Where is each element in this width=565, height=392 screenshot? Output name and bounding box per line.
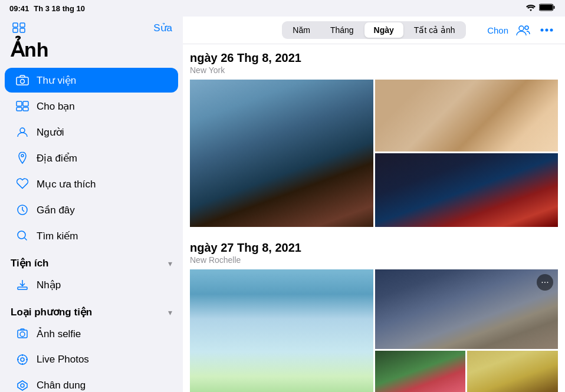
recents-icon — [15, 203, 29, 217]
sidebar-item-livephotos[interactable]: Live Photos — [5, 347, 178, 372]
date-title-aug27: ngày 27 Thg 8, 2021 — [190, 241, 558, 255]
tab-year[interactable]: Năm — [283, 22, 320, 38]
svg-point-19 — [20, 332, 25, 337]
svg-point-34 — [546, 29, 548, 32]
sidebar-item-portrait[interactable]: Chân dung — [5, 373, 178, 392]
photo-grid-aug27: ··· — [190, 269, 558, 392]
date-header-aug26: ngày 26 Thg 8, 2021 New York — [190, 51, 558, 75]
photos-scroll: ngày 26 Thg 8, 2021 New York — [183, 44, 565, 392]
wifi-icon — [526, 4, 536, 13]
people-icon — [15, 125, 29, 139]
photo-flowers[interactable] — [375, 351, 466, 392]
svg-rect-6 — [20, 28, 25, 32]
favorites-icon — [15, 177, 29, 191]
sidebar-item-favorites[interactable]: Mục ưa thích — [5, 172, 178, 196]
sidebar-item-label-places: Địa điểm — [37, 152, 77, 164]
status-time-date: 09:41 Th 3 18 thg 10 — [9, 4, 85, 13]
sidebar-toggle-icon[interactable] — [11, 21, 27, 34]
status-bar: 09:41 Th 3 18 thg 10 — [0, 0, 565, 17]
portrait-icon — [15, 378, 29, 392]
sidebar-item-library[interactable]: Thư viện — [5, 68, 178, 93]
svg-rect-4 — [20, 23, 25, 27]
status-date: Th 3 18 thg 10 — [34, 4, 85, 13]
svg-rect-3 — [13, 23, 18, 27]
photo-bird[interactable] — [467, 351, 558, 392]
more-options-icon[interactable] — [538, 21, 556, 39]
sidebar-item-places[interactable]: Địa điểm — [5, 146, 178, 170]
tab-day[interactable]: Ngày — [364, 22, 403, 38]
date-header-aug27: ngày 27 Thg 8, 2021 New Rochelle — [190, 241, 558, 265]
svg-point-27 — [21, 384, 24, 387]
svg-marker-26 — [18, 381, 27, 390]
svg-point-32 — [525, 26, 528, 29]
svg-point-8 — [21, 80, 25, 84]
date-section-aug26: ngày 26 Thg 8, 2021 New York — [183, 44, 565, 227]
sidebar-item-import[interactable]: Nhập — [5, 272, 178, 297]
sidebar-item-label-favorites: Mục ưa thích — [37, 178, 96, 190]
date-location-aug27: New Rochelle — [190, 255, 558, 265]
sidebar: Sửa Ảnh Thư viện — [0, 17, 183, 392]
photo-hand[interactable] — [375, 80, 559, 151]
svg-rect-10 — [23, 101, 28, 106]
select-button[interactable]: Chon — [487, 25, 508, 35]
photo-woman-green[interactable] — [190, 269, 373, 392]
svg-rect-1 — [540, 5, 553, 10]
status-indicators — [526, 4, 556, 13]
import-icon — [15, 278, 29, 292]
svg-point-20 — [18, 355, 27, 364]
svg-rect-11 — [17, 107, 22, 111]
photo-couple[interactable] — [190, 80, 373, 227]
date-section-aug27: ngày 27 Thg 8, 2021 New Rochelle ··· — [183, 234, 565, 392]
sidebar-item-label-foryou: Cho bạn — [37, 100, 75, 113]
status-time: 09:41 — [9, 4, 29, 13]
svg-point-35 — [550, 29, 553, 32]
section-utilities-title: Tiện ích — [11, 257, 48, 269]
sidebar-item-search[interactable]: Tìm kiếm — [5, 223, 178, 248]
date-title-aug26: ngày 26 Thg 8, 2021 — [190, 51, 558, 65]
section-utilities-header[interactable]: Tiện ích ▾ — [0, 249, 183, 272]
sidebar-item-label-selfie: Ảnh selfie — [37, 328, 81, 340]
nav-right-controls: Chon — [487, 21, 556, 39]
sidebar-item-people[interactable]: Người — [5, 120, 178, 144]
svg-rect-17 — [18, 287, 27, 289]
sidebar-item-label-import: Nhập — [37, 279, 61, 291]
svg-point-14 — [21, 154, 24, 157]
main-content: Năm Tháng Ngày Tất cả ảnh Chon — [183, 17, 565, 392]
section-mediatypes-title: Loại phương tiện — [11, 306, 92, 318]
sidebar-title: Ảnh — [0, 37, 183, 67]
svg-point-31 — [519, 26, 524, 31]
sidebar-item-label-portrait: Chân dung — [37, 380, 86, 391]
svg-rect-9 — [17, 101, 22, 106]
app-container: Sửa Ảnh Thư viện — [0, 17, 565, 392]
sidebar-item-label-recents: Gần đây — [37, 204, 75, 216]
svg-point-33 — [541, 29, 544, 32]
photo-group[interactable]: ··· — [375, 269, 559, 349]
places-icon — [15, 151, 29, 165]
photo-woman-red[interactable] — [375, 153, 559, 227]
people-nav-icon[interactable] — [514, 21, 532, 39]
sidebar-top-bar: Sửa — [0, 17, 183, 37]
sidebar-item-label-library: Thư viện — [37, 74, 76, 87]
svg-point-13 — [20, 128, 25, 133]
top-nav: Năm Tháng Ngày Tất cả ảnh Chon — [183, 17, 565, 44]
selfie-icon — [15, 327, 29, 341]
foryou-icon — [15, 99, 29, 113]
mediatypes-chevron-icon: ▾ — [168, 308, 172, 317]
sidebar-item-recents[interactable]: Gần đây — [5, 197, 178, 222]
sidebar-item-selfie[interactable]: Ảnh selfie — [5, 321, 178, 346]
svg-rect-5 — [13, 28, 18, 32]
utilities-chevron-icon: ▾ — [168, 259, 172, 268]
sidebar-item-label-people: Người — [37, 126, 64, 139]
sidebar-edit-button[interactable]: Sửa — [153, 22, 172, 34]
livephotos-icon — [15, 353, 29, 367]
date-location-aug26: New York — [190, 65, 558, 75]
sidebar-item-foryou[interactable]: Cho bạn — [5, 94, 178, 118]
tab-all[interactable]: Tất cả ảnh — [405, 22, 465, 38]
section-mediatypes-header[interactable]: Loại phương tiện ▾ — [0, 298, 183, 321]
more-options-section-icon[interactable]: ··· — [537, 274, 553, 291]
svg-rect-12 — [23, 107, 28, 111]
tab-month[interactable]: Tháng — [321, 22, 363, 38]
photo-grid-aug26 — [190, 80, 558, 227]
nav-tabs: Năm Tháng Ngày Tất cả ảnh — [282, 21, 465, 39]
battery-icon — [539, 4, 556, 13]
